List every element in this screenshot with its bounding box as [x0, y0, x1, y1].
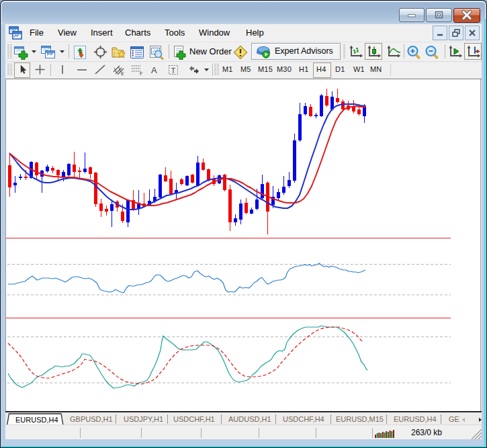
svg-text:F: F: [140, 71, 142, 76]
svg-text:EURUSD,H4: EURUSD,H4: [15, 416, 58, 424]
svg-text:E: E: [121, 71, 124, 76]
svg-text:T: T: [171, 66, 176, 75]
